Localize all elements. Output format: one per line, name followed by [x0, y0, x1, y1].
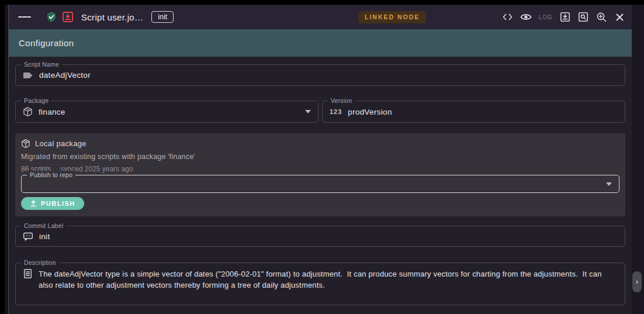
- tag-icon: [23, 71, 33, 80]
- find-in-page-icon[interactable]: [577, 11, 590, 23]
- eye-icon[interactable]: [520, 11, 532, 23]
- menu-icon[interactable]: [18, 11, 31, 23]
- script-name-value: dateAdjVector: [39, 71, 91, 80]
- commit-label-field[interactable]: Commit Label init: [15, 226, 625, 247]
- version-value: prodVersion: [348, 108, 392, 116]
- local-package-meta: 86 scriptssynced 2025 years ago: [21, 165, 619, 173]
- local-package-subtitle: Migrated from existing scripts with pack…: [21, 153, 619, 161]
- package-value: finance: [39, 108, 65, 116]
- linked-node-badge: LINKED NODE: [358, 11, 426, 23]
- publish-to-repo-label: Publish to repo: [27, 171, 75, 180]
- commit-label-label: Commit Label: [21, 222, 66, 230]
- description-value: The dateAdjVector type is a simple vecto…: [39, 268, 618, 291]
- chevron-right-icon: ›: [636, 278, 638, 286]
- zoom-in-icon[interactable]: [595, 11, 608, 23]
- script-name-label: Script Name: [21, 60, 62, 69]
- local-package-title: Local package: [35, 139, 86, 148]
- right-rail: [632, 5, 644, 314]
- shield-check-icon: [45, 11, 58, 23]
- window-header: Script user.jo… init LINKED NODE LOG: [9, 5, 632, 29]
- version-field[interactable]: Version 123 prodVersion: [322, 101, 625, 123]
- comment-icon: [23, 232, 33, 241]
- package-select[interactable]: Package finance: [15, 101, 318, 123]
- chevron-down-icon: [606, 182, 612, 186]
- publish-button-label: PUBLISH: [41, 200, 75, 207]
- publish-button[interactable]: PUBLISH: [21, 197, 84, 210]
- version-badge: init: [151, 11, 174, 23]
- drawer-expand-handle[interactable]: ›: [632, 271, 642, 292]
- configuration-form: Script Name dateAdjVector Package financ…: [9, 57, 632, 314]
- publish-to-repo-select[interactable]: Publish to repo: [21, 175, 619, 193]
- local-package-card: Local package Migrated from existing scr…: [15, 133, 625, 216]
- commit-label-value: init: [39, 232, 50, 241]
- document-icon: [23, 268, 33, 279]
- code-icon[interactable]: [501, 11, 514, 23]
- script-name-field[interactable]: Script Name dateAdjVector: [15, 64, 625, 86]
- chevron-down-icon: [305, 110, 311, 113]
- install-icon[interactable]: [559, 11, 572, 23]
- section-title: Configuration: [19, 38, 74, 48]
- number-icon: 123: [330, 108, 342, 115]
- upload-icon: [30, 200, 37, 207]
- close-icon[interactable]: [613, 11, 626, 23]
- description-field[interactable]: Description The dateAdjVector type is a …: [15, 263, 625, 305]
- version-label: Version: [328, 96, 355, 105]
- configuration-section-header: Configuration: [9, 29, 632, 57]
- package-icon: [21, 139, 30, 149]
- window-title: Script user.jo…: [81, 12, 143, 22]
- package-label: Package: [21, 96, 51, 105]
- left-gutter: [5, 5, 9, 314]
- log-toggle[interactable]: LOG: [538, 11, 553, 23]
- package-icon: [23, 106, 33, 117]
- description-label: Description: [21, 258, 59, 267]
- script-import-icon: [61, 11, 74, 23]
